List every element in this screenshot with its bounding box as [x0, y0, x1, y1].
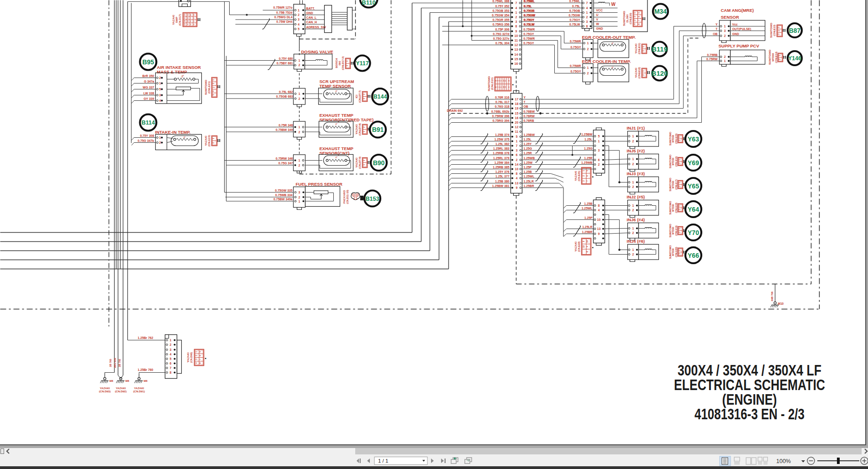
svg-text:(CN.E21): (CN.E21) [578, 171, 580, 181]
svg-text:(CNLE19): (CNLE19) [675, 225, 678, 236]
svg-text:B110: B110 [362, 0, 375, 6]
svg-text:1.25RL 379: 1.25RL 379 [493, 156, 510, 160]
svg-text:ADRESS_SW: ADRESS_SW [306, 26, 326, 29]
svg-text:3: 3 [195, 359, 198, 360]
svg-text:1 / 1: 1 / 1 [378, 458, 388, 464]
svg-text:t°: t° [336, 156, 337, 159]
svg-text:0.75GW 354: 0.75GW 354 [492, 14, 509, 17]
svg-text:1.25B: 1.25B [524, 170, 532, 173]
svg-text:6: 6 [598, 158, 600, 162]
svg-text:LW 338: LW 338 [143, 92, 154, 95]
svg-text:INJ5 (#2): INJ5 (#2) [627, 148, 645, 153]
svg-text:4: 4 [170, 353, 172, 356]
svg-text:6: 6 [170, 362, 172, 365]
svg-text:BOSCH: BOSCH [335, 58, 338, 68]
svg-text:1: 1 [586, 11, 588, 14]
svg-text:2: 2 [598, 163, 600, 166]
svg-text:2: 2 [346, 65, 348, 66]
svg-text:t°: t° [612, 66, 614, 69]
svg-text:Y63: Y63 [688, 135, 699, 143]
svg-text:■: ■ [512, 83, 514, 86]
svg-text:0.75P 306: 0.75P 306 [495, 28, 510, 31]
svg-text:14: 14 [184, 20, 186, 22]
svg-text:Y64: Y64 [688, 206, 699, 213]
svg-text:0.75LW: 0.75LW [569, 23, 580, 26]
svg-text:B91: B91 [372, 126, 384, 133]
svg-text:T: T [524, 100, 526, 104]
svg-text:1: 1 [159, 82, 161, 85]
svg-text:1.25Y: 1.25Y [524, 142, 532, 146]
svg-text:15: 15 [515, 57, 518, 61]
svg-text:B144: B144 [374, 94, 387, 100]
svg-text:0.76G 318: 0.76G 318 [495, 105, 510, 108]
svg-text:1: 1 [299, 92, 300, 95]
svg-text:13: 13 [184, 23, 186, 25]
svg-text:1: 1 [598, 140, 600, 143]
svg-text:t°: t° [612, 42, 614, 45]
svg-text:1: 1 [724, 59, 726, 63]
svg-text:YAZAKI: YAZAKI [574, 241, 577, 251]
svg-text:EGR COOLER-IN TEMP.: EGR COOLER-IN TEMP. [582, 59, 631, 64]
svg-text:0.75WR: 0.75WR [524, 28, 535, 31]
svg-text:0.75L: 0.75L [572, 5, 580, 8]
svg-text:YAZAKI: YAZAKI [635, 68, 637, 78]
svg-text:5: 5 [213, 94, 215, 95]
svg-text:Y: Y [524, 96, 526, 99]
svg-text:4: 4 [586, 6, 588, 10]
svg-text:10: 10 [597, 218, 601, 221]
svg-text:2: 2 [632, 253, 634, 256]
svg-text:INJ1 (#1): INJ1 (#1) [627, 125, 645, 130]
svg-text:1.25B 380: 1.25B 380 [495, 180, 510, 183]
svg-text:2: 2 [213, 142, 215, 143]
svg-text:1: 1 [634, 12, 636, 13]
svg-text:4: 4 [516, 177, 518, 180]
svg-text:MTD90: MTD90 [772, 53, 774, 61]
svg-text:1: 1 [170, 339, 172, 342]
svg-text:W: W [611, 2, 616, 7]
svg-text:7: 7 [586, 180, 589, 182]
svg-text:W: W [596, 22, 600, 26]
svg-text:1: 1 [642, 46, 645, 47]
svg-text:0.75Y 352: 0.75Y 352 [495, 5, 510, 8]
svg-text:20: 20 [515, 121, 519, 124]
svg-text:2: 2 [778, 30, 780, 31]
svg-text:2BG 600: 2BG 600 [114, 358, 116, 368]
svg-text:8: 8 [638, 23, 640, 25]
svg-text:0.76R 316: 0.76R 316 [495, 96, 510, 99]
svg-text:U: U [596, 13, 599, 16]
svg-text:0.75RW: 0.75RW [706, 57, 718, 61]
svg-text:2: 2 [299, 130, 300, 134]
svg-text:3: 3 [298, 18, 300, 21]
svg-text:B153: B153 [366, 196, 379, 202]
svg-text:0.75GW: 0.75GW [569, 14, 581, 17]
svg-text:7: 7 [170, 366, 172, 370]
svg-text:3: 3 [583, 180, 585, 182]
svg-text:(CNLE17): (CNLE17) [675, 179, 678, 190]
svg-text:19: 19 [515, 107, 519, 110]
svg-text:41081316-3 EN - 2/3: 41081316-3 EN - 2/3 [694, 405, 805, 422]
svg-text:1.25RL 383: 1.25RL 383 [493, 147, 510, 150]
svg-text:0.75L 304: 0.75L 304 [495, 42, 510, 45]
svg-text:1.25BW: 1.25BW [581, 133, 593, 136]
svg-text:1.25L: 1.25L [584, 138, 592, 141]
svg-text:1.25Br 760: 1.25Br 760 [137, 368, 153, 371]
svg-text:1: 1 [299, 159, 300, 162]
svg-text:18: 18 [515, 102, 519, 105]
svg-text:GND: GND [306, 11, 313, 15]
svg-text:GY 339: GY 339 [144, 97, 154, 100]
svg-text:OUT(PULSE): OUT(PULSE) [732, 27, 752, 31]
svg-text:1: 1 [516, 11, 517, 14]
svg-text:2: 2 [170, 343, 172, 346]
svg-text:1.25BW 381: 1.25BW 381 [492, 184, 510, 188]
svg-text:1: 1 [632, 227, 634, 230]
svg-text:■: ■ [592, 175, 594, 178]
svg-text:5: 5 [638, 12, 640, 13]
svg-text:YAZAKI: YAZAKI [100, 387, 110, 390]
svg-text:DRAIN 692: DRAIN 692 [447, 109, 463, 112]
svg-text:1: 1 [159, 136, 161, 139]
svg-text:■: ■ [592, 246, 594, 249]
svg-text:0.75GY: 0.75GY [569, 18, 580, 21]
svg-text:2: 2 [642, 74, 645, 76]
svg-text:4: 4 [159, 99, 161, 102]
svg-text:16: 16 [515, 116, 519, 120]
